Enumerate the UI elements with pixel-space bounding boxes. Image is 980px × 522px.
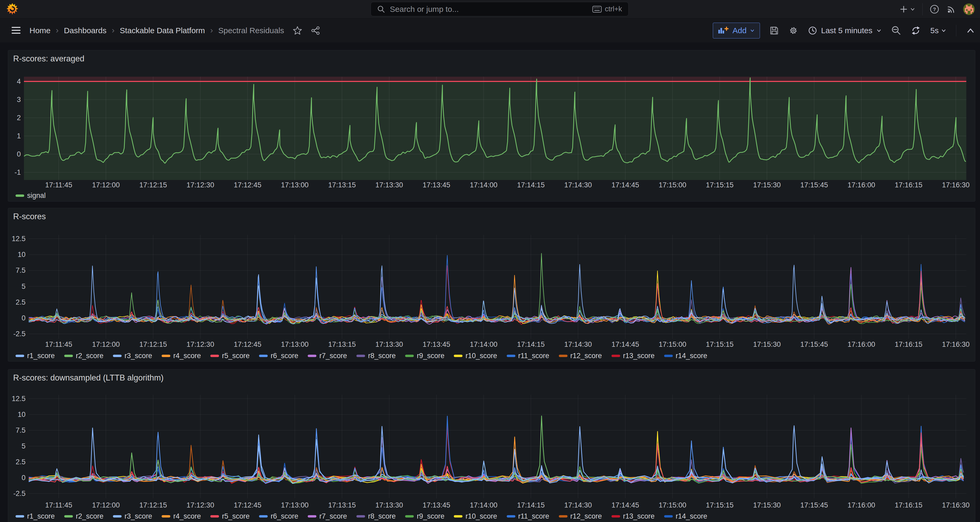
panel-title[interactable]: R-scores: averaged <box>13 54 84 64</box>
legend-item[interactable]: r8_score <box>356 352 396 360</box>
legend-item[interactable]: signal <box>16 192 46 200</box>
legend-series-color <box>162 515 170 517</box>
legend-item[interactable]: r10_score <box>454 512 497 520</box>
breadcrumb-item[interactable]: Home <box>29 26 51 35</box>
help-button[interactable]: ? <box>929 4 939 14</box>
x-axis-tick-label: 17:15:15 <box>701 501 738 509</box>
legend-series-color <box>356 355 365 357</box>
toolbar-actions: Add Last 5 minutes <box>713 19 975 42</box>
menu-toggle-icon[interactable] <box>11 27 21 34</box>
legend-item[interactable]: r7_score <box>308 352 347 360</box>
x-axis-tick-label: 17:12:15 <box>135 340 172 348</box>
search-input[interactable]: Search or jump to... ctrl+k <box>371 2 628 16</box>
legend-item[interactable]: r12_score <box>559 352 602 360</box>
y-axis-tick-label: 5 <box>8 283 25 291</box>
new-menu-button[interactable] <box>899 5 915 14</box>
add-panel-button[interactable]: Add <box>713 23 760 38</box>
legend-item[interactable]: r5_score <box>210 352 250 360</box>
legend-item[interactable]: r7_score <box>308 512 347 520</box>
legend-item[interactable]: r6_score <box>259 352 298 360</box>
legend-item[interactable]: r11_score <box>507 512 549 520</box>
chevron-down-icon <box>876 28 882 34</box>
panel-rscores: R-scores 12.5107.552.50-2.5 17:11:4517:1… <box>8 208 975 362</box>
x-axis-tick-label: 17:12:15 <box>135 181 172 189</box>
x-axis-tick-label: 17:12:30 <box>182 181 219 189</box>
settings-gear-icon[interactable] <box>788 26 799 35</box>
refresh-icon[interactable] <box>911 26 921 35</box>
legend-item[interactable]: r8_score <box>356 512 396 520</box>
breadcrumb-item[interactable]: Dashboards <box>64 26 107 35</box>
legend-item[interactable]: r9_score <box>405 512 444 520</box>
collapse-chevron-up-icon[interactable] <box>966 27 975 35</box>
legend-item[interactable]: r13_score <box>611 352 655 360</box>
time-series-plot[interactable] <box>29 395 966 498</box>
chevron-down-icon <box>910 6 915 12</box>
panel-title[interactable]: R-scores: downsampled (LTTB algorithm) <box>13 373 164 383</box>
legend-series-label: r2_score <box>76 512 103 520</box>
x-axis-tick-label: 17:16:30 <box>937 340 974 348</box>
legend-series-label: signal <box>27 192 46 200</box>
y-axis-tick-label: -2.5 <box>8 490 25 498</box>
legend-series-label: r13_score <box>623 512 655 520</box>
news-button[interactable] <box>946 4 956 14</box>
legend-item[interactable]: r14_score <box>664 512 707 520</box>
grafana-logo-icon[interactable] <box>6 3 18 15</box>
legend-item[interactable]: r1_score <box>16 512 55 520</box>
nav-right-actions: ? <box>899 0 975 18</box>
refresh-interval-picker[interactable]: 5s <box>930 26 947 35</box>
x-axis-tick-label: 17:13:45 <box>418 501 455 509</box>
legend-item[interactable]: r1_score <box>16 352 55 360</box>
chevron-down-icon <box>750 28 755 33</box>
legend-item[interactable]: r5_score <box>210 512 250 520</box>
y-axis-tick-label: 10 <box>8 251 25 259</box>
legend-item[interactable]: r3_score <box>113 352 152 360</box>
legend-item[interactable]: r13_score <box>611 512 655 520</box>
legend-item[interactable]: r10_score <box>454 352 497 360</box>
zoom-out-icon[interactable] <box>891 26 901 35</box>
x-axis-tick-label: 17:14:45 <box>607 501 644 509</box>
legend-item[interactable]: r3_score <box>113 512 152 520</box>
legend-item[interactable]: r2_score <box>64 352 103 360</box>
legend-item[interactable]: r2_score <box>64 512 103 520</box>
search-placeholder: Search or jump to... <box>390 5 592 14</box>
x-axis-tick-label: 17:11:45 <box>40 340 77 348</box>
user-avatar[interactable] <box>963 3 975 15</box>
time-series-plot[interactable] <box>29 235 966 339</box>
refresh-interval-label: 5s <box>930 26 939 35</box>
x-axis-tick-label: 17:12:45 <box>229 181 266 189</box>
keyboard-icon <box>592 6 602 13</box>
y-axis-tick-label: 10 <box>8 410 25 418</box>
legend-series-color <box>507 355 515 357</box>
y-axis-tick-label: -1 <box>8 168 21 176</box>
legend-series-label: r5_score <box>222 512 250 520</box>
legend-series-label: r3_score <box>124 352 152 360</box>
legend-item[interactable]: r9_score <box>405 352 444 360</box>
legend-item[interactable]: r14_score <box>664 352 707 360</box>
x-axis-tick-label: 17:11:45 <box>40 181 77 189</box>
time-series-plot[interactable] <box>24 77 966 180</box>
breadcrumb-item[interactable]: Stackable Data Platform <box>120 26 205 35</box>
x-axis-tick-label: 17:13:30 <box>371 181 408 189</box>
legend-item[interactable]: r6_score <box>259 512 298 520</box>
legend-series-color <box>64 515 73 517</box>
legend-series-color <box>559 515 568 517</box>
share-icon[interactable] <box>311 26 320 35</box>
favorite-star-icon[interactable] <box>293 26 302 35</box>
legend-item[interactable]: r11_score <box>507 352 549 360</box>
legend-series-color <box>664 515 673 517</box>
legend-series-label: r6_score <box>270 512 298 520</box>
legend-series-label: r5_score <box>222 352 250 360</box>
y-axis-tick-label: 2.5 <box>8 298 25 306</box>
save-dashboard-icon[interactable] <box>769 26 779 35</box>
time-range-picker[interactable]: Last 5 minutes <box>808 26 882 35</box>
legend-item[interactable]: r4_score <box>162 512 201 520</box>
x-axis-tick-label: 17:12:00 <box>88 501 124 509</box>
search-icon <box>377 5 385 13</box>
legend-item[interactable]: r12_score <box>559 512 602 520</box>
y-axis-tick-label: 5 <box>8 442 25 450</box>
legend: signal <box>16 192 46 200</box>
y-axis-tick-label: 7.5 <box>8 426 25 434</box>
legend-item[interactable]: r4_score <box>162 352 201 360</box>
panel-title[interactable]: R-scores <box>13 212 46 221</box>
x-axis-tick-label: 17:15:15 <box>701 181 738 189</box>
